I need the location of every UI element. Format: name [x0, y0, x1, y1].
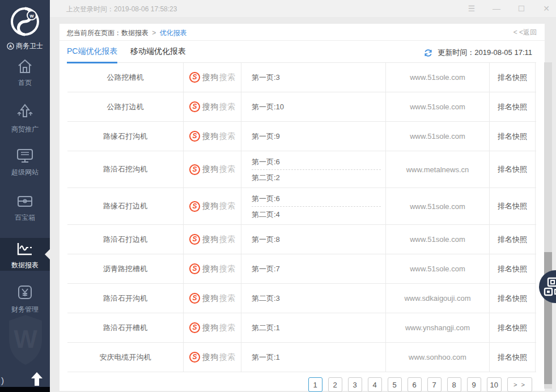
- tab-pc-report[interactable]: PC端优化报表: [67, 46, 117, 63]
- tab-mobile-report[interactable]: 移动端优化报表: [130, 46, 186, 62]
- sidebar: w A 商务卫士 首页 商贸推广 超级网站: [0, 0, 50, 392]
- report-chart-icon: [15, 241, 35, 257]
- engine-suffix: 搜索: [219, 73, 235, 83]
- engine-suffix: 搜索: [219, 323, 235, 333]
- rank-divider: [252, 206, 381, 207]
- snapshot-link[interactable]: 排名快照: [498, 293, 527, 304]
- sogou-logo-icon: S: [189, 131, 200, 142]
- table-row: 公路打边机 S 搜狗 搜索 第一页:10 www.51sole.com 排名快照: [67, 92, 536, 122]
- back-link[interactable]: < <返回: [513, 24, 537, 41]
- rank-value: 第二页:2: [252, 171, 280, 185]
- keyword-cell: 安庆电缆开沟机: [67, 343, 183, 372]
- engine-suffix: 搜索: [219, 293, 235, 304]
- website-cell: www.metalnews.cn: [385, 151, 489, 188]
- breadcrumb-prefix: 您当前所在页面：数据报表: [67, 29, 148, 37]
- page-button-9[interactable]: 9: [467, 377, 481, 392]
- maximize-icon[interactable]: ☐: [516, 2, 527, 15]
- sidebar-item-finance[interactable]: 财务管理: [0, 283, 50, 314]
- engine-cell: S 搜狗 搜索: [183, 63, 241, 92]
- sidebar-item-home[interactable]: 首页: [0, 58, 50, 88]
- engine-name: 搜狗: [202, 352, 218, 363]
- keyword-cell: 路缘石打边机: [67, 188, 183, 224]
- website-cell: www.51sole.com: [385, 92, 489, 121]
- engine-cell: S 搜狗 搜索: [183, 151, 241, 188]
- sogou-logo-icon: S: [189, 164, 200, 175]
- page-button-10[interactable]: 10: [487, 377, 502, 392]
- svg-text:A: A: [9, 44, 12, 49]
- tabbar: PC端优化报表 移动端优化报表 更新时间：2019-08-05 17:11: [60, 41, 545, 62]
- table-row: 沥青路挖槽机 S 搜狗 搜索 第一页:7 www.51sole.com 排名快照: [67, 254, 536, 284]
- sidebar-item-website[interactable]: 超级网站: [0, 147, 50, 177]
- sidebar-item-label: 首页: [0, 78, 50, 88]
- engine-name: 搜狗: [202, 201, 218, 211]
- rank-cell: 第一页:9: [241, 122, 385, 151]
- engine-suffix: 搜索: [219, 201, 235, 211]
- pagination: 12345678910> >: [60, 377, 545, 392]
- sidebar-item-promotion[interactable]: 商贸推广: [0, 103, 50, 134]
- engine-cell: S 搜狗 搜索: [183, 188, 241, 224]
- rank-cell: 第二页:1: [241, 313, 385, 342]
- keyword-cell: 沥青路挖槽机: [67, 254, 183, 283]
- report-table: 公路挖槽机 S 搜狗 搜索 第一页:3 www.51sole.com 排名快照 …: [67, 62, 536, 372]
- brand: w A 商务卫士: [0, 6, 50, 51]
- page-button-4[interactable]: 4: [368, 377, 382, 392]
- active-item-notch: [45, 249, 50, 259]
- minimize-icon[interactable]: —: [491, 2, 502, 15]
- snapshot-link[interactable]: 排名快照: [498, 164, 527, 174]
- brand-label: A 商务卫士: [0, 41, 50, 51]
- website-icon: [16, 147, 34, 164]
- snapshot-link[interactable]: 排名快照: [498, 102, 527, 112]
- rank-cell: 第一页:10: [241, 92, 385, 121]
- sidebar-footer-glyph: ): [1, 376, 4, 385]
- sidebar-item-toolbox[interactable]: 百宝箱: [0, 194, 50, 223]
- home-icon: [16, 58, 33, 75]
- menu-icon[interactable]: ☰: [466, 2, 477, 15]
- titlebar: 上次登录时间：2019-08-06 17:58:23 ☰ — ☐ ✕: [50, 0, 556, 17]
- page-button-8[interactable]: 8: [447, 377, 461, 392]
- rank-cell: 第二页:3: [241, 284, 385, 313]
- svg-text:w: w: [29, 13, 34, 19]
- rank-divider: [252, 169, 381, 170]
- sidebar-item-label: 数据报表: [0, 261, 50, 270]
- table-row: 公路挖槽机 S 搜狗 搜索 第一页:3 www.51sole.com 排名快照: [67, 63, 536, 92]
- table-row: 路沿石挖沟机 S 搜狗 搜索 第一页:6第二页:2 www.metalnews.…: [67, 151, 536, 188]
- engine-name: 搜狗: [202, 102, 218, 112]
- engine-cell: S 搜狗 搜索: [183, 284, 241, 313]
- engine-suffix: 搜索: [219, 102, 235, 112]
- snapshot-link[interactable]: 排名快照: [498, 201, 527, 211]
- rank-value: 第一页:6: [252, 191, 280, 206]
- snapshot-link[interactable]: 排名快照: [498, 235, 527, 245]
- next-page-button[interactable]: > >: [507, 377, 532, 392]
- page-button-7[interactable]: 7: [427, 377, 442, 392]
- page-button-2[interactable]: 2: [328, 377, 342, 392]
- snapshot-link[interactable]: 排名快照: [498, 323, 527, 333]
- website-cell: www.51sole.com: [385, 63, 489, 92]
- page-button-1[interactable]: 1: [308, 377, 322, 392]
- close-icon[interactable]: ✕: [541, 2, 551, 15]
- shield-watermark-icon: W: [7, 313, 44, 367]
- snapshot-link[interactable]: 排名快照: [498, 264, 527, 274]
- page-button-3[interactable]: 3: [348, 377, 362, 392]
- website-cell: www.sdkaigouji.com: [385, 284, 489, 313]
- breadcrumb-current[interactable]: 优化报表: [160, 29, 187, 37]
- update-info: 更新时间：2019-08-05 17:11: [423, 48, 532, 58]
- snapshot-link[interactable]: 排名快照: [498, 131, 527, 142]
- snapshot-link[interactable]: 排名快照: [498, 352, 527, 363]
- sidebar-item-reports[interactable]: 数据报表: [0, 238, 50, 271]
- engine-name: 搜狗: [202, 164, 218, 174]
- finance-icon: [16, 283, 34, 301]
- rank-cell: 第一页:8: [241, 225, 385, 254]
- sogou-logo-icon: S: [189, 234, 200, 245]
- rank-value: 第一页:7: [252, 262, 280, 276]
- last-login-time: 上次登录时间：2019-08-06 17:58:23: [66, 5, 177, 14]
- rank-cell: 第一页:7: [241, 254, 385, 283]
- rank-value: 第一页:8: [252, 232, 280, 246]
- rank-value: 第二页:4: [252, 207, 280, 221]
- snapshot-link[interactable]: 排名快照: [498, 73, 527, 83]
- refresh-icon[interactable]: [423, 48, 433, 58]
- breadcrumb-separator: >: [152, 29, 156, 37]
- page-button-5[interactable]: 5: [388, 377, 402, 392]
- window-controls: ☰ — ☐ ✕: [466, 2, 551, 15]
- page-button-6[interactable]: 6: [408, 377, 422, 392]
- back-to-top-button[interactable]: [28, 370, 45, 387]
